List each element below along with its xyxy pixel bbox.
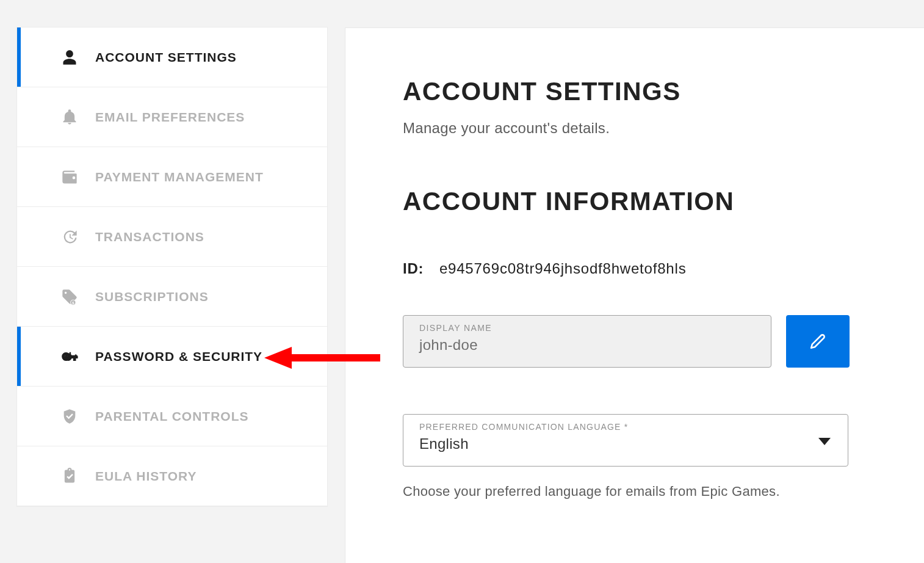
display-name-value: john-doe xyxy=(419,336,757,354)
pencil-icon xyxy=(810,333,826,349)
sidebar-item-transactions[interactable]: TRANSACTIONS xyxy=(17,207,327,267)
chevron-down-icon xyxy=(818,438,831,446)
section-title: ACCOUNT INFORMATION xyxy=(403,187,867,216)
sidebar-item-label: EMAIL PREFERENCES xyxy=(95,110,245,125)
sidebar-item-label: PARENTAL CONTROLS xyxy=(95,409,249,424)
account-id-value: e945769c08tr946jhsodf8hwetof8hls xyxy=(439,260,687,277)
person-icon xyxy=(61,49,78,66)
display-name-label: DISPLAY NAME xyxy=(419,323,757,333)
sidebar-item-parental-controls[interactable]: PARENTAL CONTROLS xyxy=(17,387,327,446)
edit-display-name-button[interactable] xyxy=(786,315,850,368)
sidebar-item-label: PASSWORD & SECURITY xyxy=(95,349,262,364)
settings-sidebar: ACCOUNT SETTINGS EMAIL PREFERENCES PAYME… xyxy=(17,27,327,506)
app-root: ACCOUNT SETTINGS EMAIL PREFERENCES PAYME… xyxy=(0,0,924,563)
display-name-field: DISPLAY NAME john-doe xyxy=(403,315,771,368)
wallet-icon xyxy=(61,169,78,186)
account-id-row: ID: e945769c08tr946jhsodf8hwetof8hls xyxy=(403,260,867,277)
sidebar-item-label: SUBSCRIPTIONS xyxy=(95,289,209,304)
tag-icon: $ xyxy=(61,288,78,305)
display-name-row: DISPLAY NAME john-doe xyxy=(403,315,867,368)
main-panel: ACCOUNT SETTINGS Manage your account's d… xyxy=(345,27,924,563)
language-select[interactable]: PREFERRED COMMUNICATION LANGUAGE * Engli… xyxy=(403,414,848,467)
sidebar-item-email-preferences[interactable]: EMAIL PREFERENCES xyxy=(17,87,327,147)
account-id-label: ID: xyxy=(403,260,424,277)
language-select-value: English xyxy=(419,435,834,452)
clipboard-check-icon xyxy=(61,468,78,485)
page-subtitle: Manage your account's details. xyxy=(403,120,867,137)
shield-check-icon xyxy=(61,408,78,425)
sidebar-item-eula-history[interactable]: EULA HISTORY xyxy=(17,446,327,506)
sidebar-item-label: ACCOUNT SETTINGS xyxy=(95,50,237,65)
key-icon xyxy=(61,348,78,365)
sidebar-item-payment-management[interactable]: PAYMENT MANAGEMENT xyxy=(17,147,327,207)
sidebar-item-password-security[interactable]: PASSWORD & SECURITY xyxy=(17,327,327,387)
page-title: ACCOUNT SETTINGS xyxy=(403,77,867,106)
language-select-label: PREFERRED COMMUNICATION LANGUAGE * xyxy=(419,422,834,432)
sidebar-item-label: EULA HISTORY xyxy=(95,469,197,484)
history-icon xyxy=(61,228,78,245)
sidebar-item-label: PAYMENT MANAGEMENT xyxy=(95,170,264,184)
sidebar-item-subscriptions[interactable]: $ SUBSCRIPTIONS xyxy=(17,267,327,327)
sidebar-item-account-settings[interactable]: ACCOUNT SETTINGS xyxy=(17,27,327,87)
sidebar-item-label: TRANSACTIONS xyxy=(95,230,204,244)
bell-icon xyxy=(61,109,78,126)
language-help-text: Choose your preferred language for email… xyxy=(403,484,867,499)
